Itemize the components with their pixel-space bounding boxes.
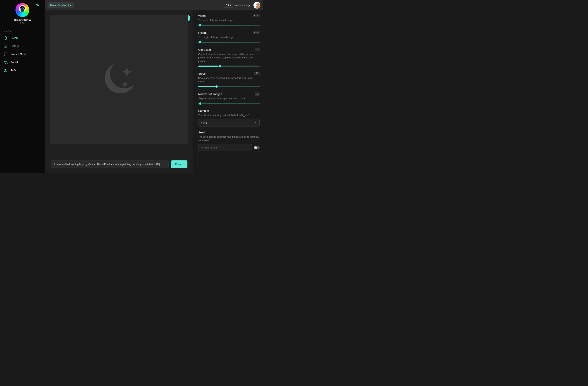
setting-sampler: Sampler The diffusion sampling method. D… (198, 109, 260, 126)
sidebar-item-prompt-guide[interactable]: Prompt Guide (0, 50, 45, 58)
seed-toggle[interactable] (254, 146, 260, 149)
sidebar-item-history[interactable]: History (0, 42, 45, 50)
sidebar-item-label: Social (10, 61, 18, 64)
svg-rect-0 (4, 45, 7, 47)
svg-point-2 (4, 61, 5, 62)
collapse-sidebar-button[interactable] (36, 3, 39, 7)
setting-value: 512 (253, 31, 260, 34)
setting-value: 50 (254, 72, 260, 75)
setting-desc: The width of the generated image. (198, 19, 260, 22)
canvas-area (45, 10, 193, 160)
sidebar-item-label: FAQ (10, 69, 16, 72)
setting-value: 7 (255, 48, 260, 51)
image-icon (3, 44, 8, 48)
sampler-selected: k_lms (201, 121, 207, 124)
topbar: DreamStudio Lite 0.99 credits / image (45, 0, 263, 10)
setting-height: Height 512 The height of the generated i… (198, 31, 260, 44)
setting-value: 512 (253, 14, 260, 17)
avatar[interactable] (253, 2, 260, 9)
sidebar-item-faq[interactable]: FAQ (0, 66, 45, 75)
setting-steps: Steps 50 How many steps to spend generat… (198, 72, 260, 88)
moon-icon (3, 36, 8, 40)
setting-desc: How many steps to spend generating (diff… (198, 76, 260, 83)
setting-desc: Cfg scale adjusts how much the image wil… (198, 52, 260, 63)
prompt-row: Dream (45, 160, 193, 173)
lite-mode-button[interactable]: DreamStudio Lite (47, 2, 74, 8)
setting-desc: The seed used to generate your image. En… (198, 135, 260, 142)
canvas-frame (50, 15, 188, 144)
logo-icon (16, 3, 29, 17)
setting-title: Width (198, 14, 206, 17)
moon-stars-placeholder-icon (96, 56, 142, 103)
setting-desc: The diffusion sampling method. Default i… (198, 114, 260, 117)
question-icon (3, 68, 8, 73)
setting-title: Height (198, 31, 207, 34)
sidebar-item-social[interactable]: Social (0, 58, 45, 66)
svg-point-1 (5, 45, 5, 46)
dream-button[interactable]: Dream (171, 160, 188, 168)
sampler-select[interactable]: k_lms (198, 119, 260, 126)
setting-title: Steps (198, 72, 206, 75)
setting-value: 1 (255, 92, 260, 96)
chevron-down-icon (254, 121, 257, 124)
sidebar-item-label: History (10, 44, 19, 48)
sidebar-item-dream[interactable]: Dream (0, 34, 45, 42)
num-images-slider[interactable] (198, 102, 260, 105)
sidebar-item-label: Prompt Guide (10, 53, 27, 56)
setting-num-images: Number of Images 1 To generate multiple … (198, 92, 260, 105)
chat-icon (3, 52, 8, 56)
setting-cfg: Cfg Scale 7 Cfg scale adjusts how much t… (198, 48, 260, 67)
prompt-input[interactable] (51, 160, 168, 168)
setting-desc: The height of the generated image. (198, 36, 260, 39)
setting-title: Seed (198, 131, 205, 134)
sidebar-item-label: Dream (10, 37, 19, 39)
svg-point-5 (5, 71, 6, 71)
setting-title: Number of Images (198, 92, 222, 96)
main-panel: Dream (45, 0, 193, 173)
setting-title: Sampler (198, 109, 209, 112)
height-slider[interactable] (198, 41, 260, 44)
setting-title: Cfg Scale (198, 48, 211, 51)
menu-header: MENU (0, 26, 45, 34)
setting-seed: Seed The seed used to generate your imag… (198, 131, 260, 151)
sidebar: DreamStudio beta MENU Dream History Prom… (0, 0, 45, 173)
setting-desc: To generate multiple images from one pro… (198, 97, 260, 100)
seed-input[interactable] (198, 144, 252, 151)
steps-slider[interactable] (198, 85, 260, 88)
svg-point-3 (6, 61, 7, 62)
width-slider[interactable] (198, 24, 260, 27)
credits-value[interactable]: 0.99 (224, 3, 233, 8)
brand-subtitle: beta (20, 21, 24, 24)
setting-width: Width 512 The width of the generated ima… (198, 14, 260, 27)
cfg-slider[interactable] (198, 65, 260, 67)
users-icon (3, 60, 8, 64)
brand-title: DreamStudio (14, 19, 31, 21)
credits-label: credits / image (234, 4, 250, 7)
settings-panel: Width 512 The width of the generated ima… (193, 0, 263, 173)
